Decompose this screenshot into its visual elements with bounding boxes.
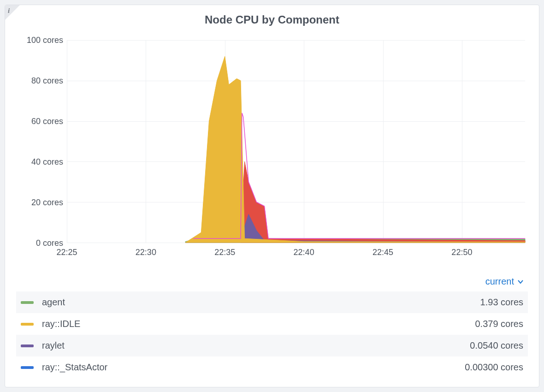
chevron-down-icon [517, 278, 524, 285]
legend-sort-label: current [485, 276, 514, 287]
y-axis: 0 cores20 cores40 cores60 cores80 cores1… [19, 40, 65, 243]
x-tick-label: 22:35 [214, 248, 235, 257]
legend-series-value: 0.00300 cores [465, 362, 523, 373]
plot-area[interactable] [67, 40, 525, 243]
x-tick-label: 22:50 [451, 248, 472, 257]
y-tick-label: 0 cores [36, 238, 63, 248]
series-path [185, 56, 525, 243]
y-tick-label: 20 cores [31, 198, 63, 208]
legend: current agent1.93 coresray::IDLE0.379 co… [16, 274, 528, 378]
legend-swatch [21, 301, 34, 304]
legend-series-value: 0.379 cores [475, 319, 523, 329]
legend-series-value: 0.0540 cores [470, 340, 523, 351]
series-path [241, 161, 525, 243]
y-tick-label: 80 cores [31, 76, 63, 86]
x-tick-label: 22:40 [294, 248, 314, 257]
legend-series-name: ray::IDLE [42, 319, 80, 329]
y-tick-label: 40 cores [31, 157, 63, 167]
info-icon[interactable]: i [8, 7, 10, 15]
legend-row[interactable]: agent1.93 cores [16, 291, 528, 313]
x-tick-label: 22:30 [136, 248, 156, 257]
chart-svg [67, 40, 525, 243]
legend-series-name: agent [42, 297, 65, 308]
legend-row[interactable]: ray::_StatsActor0.00300 cores [16, 356, 528, 378]
x-axis: 22:2522:3022:3522:4022:4522:50 [67, 245, 525, 261]
legend-row[interactable]: ray::IDLE0.379 cores [16, 313, 528, 335]
legend-series-name: ray::_StatsActor [42, 362, 107, 373]
y-tick-label: 60 cores [31, 117, 63, 126]
legend-row[interactable]: raylet0.0540 cores [16, 335, 528, 356]
x-tick-label: 22:25 [56, 248, 77, 257]
legend-swatch [21, 366, 34, 369]
y-tick-label: 100 cores [27, 36, 63, 45]
legend-swatch [21, 323, 34, 326]
chart-area: 0 cores20 cores40 cores60 cores80 cores1… [19, 40, 525, 261]
legend-body: agent1.93 coresray::IDLE0.379 coresrayle… [16, 291, 528, 378]
legend-sort-dropdown[interactable]: current [16, 274, 528, 291]
panel-corner [5, 5, 20, 20]
legend-series-name: raylet [42, 340, 65, 351]
panel-node-cpu-by-component: i Node CPU by Component 0 cores20 cores4… [5, 5, 539, 387]
panel-title: Node CPU by Component [5, 5, 539, 31]
x-tick-label: 22:45 [373, 248, 393, 257]
legend-swatch [21, 344, 34, 347]
legend-series-value: 1.93 cores [480, 297, 523, 308]
